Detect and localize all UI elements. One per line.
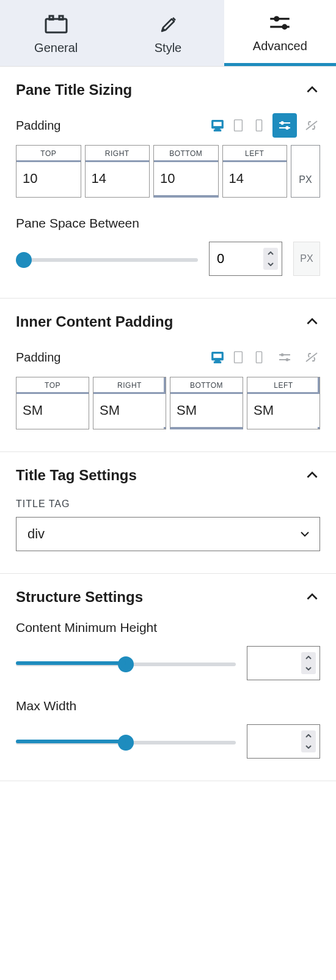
padding-bottom-box: BOTTOM [153,145,219,198]
padding-bottom-label: BOTTOM [154,146,218,162]
padding-label: Padding [16,351,60,365]
number-stepper[interactable] [301,652,316,674]
title-tag-label: TITLE TAG [16,499,320,510]
padding-right-box: RIGHT [93,377,166,429]
tab-style[interactable]: Style [112,0,224,66]
section-title: Pane Title Sizing [16,81,132,98]
space-between-unit[interactable]: PX [293,242,320,276]
section-pane-title-sizing: Pane Title Sizing Padding TOP [0,67,336,299]
sliders-toggle[interactable] [272,345,297,369]
max-width-number[interactable] [247,724,320,759]
chevron-up-icon [304,314,320,330]
padding-bottom-input[interactable] [154,162,218,195]
content-min-height-slider[interactable] [16,663,236,666]
tablet-icon[interactable] [231,350,246,365]
chevron-up-icon [304,467,320,483]
chevron-down-icon [299,528,311,540]
padding-top-input[interactable] [16,394,89,427]
padding-right-box: RIGHT [85,145,150,198]
svg-point-4 [274,16,279,21]
svg-point-25 [281,354,284,357]
chevron-up-icon [304,82,320,98]
sliders-toggle[interactable] [272,113,297,138]
padding-bottom-input[interactable] [170,394,243,427]
svg-rect-2 [59,16,63,20]
general-icon [43,14,69,34]
svg-rect-1 [49,16,53,20]
svg-point-16 [286,127,289,130]
number-stepper[interactable] [263,248,278,270]
pane-space-between-number[interactable] [209,242,282,276]
padding-label: Padding [16,119,60,133]
pane-space-between-slider[interactable] [16,258,198,262]
padding-right-input[interactable] [86,162,150,195]
title-tag-value: div [27,526,45,542]
section-header-title-tag[interactable]: Title Tag Settings [16,467,320,484]
svg-rect-0 [46,19,67,32]
title-tag-select[interactable]: div [16,517,320,551]
content-min-height-control: Content Minimum Height [16,620,320,680]
padding-right-input[interactable] [93,394,166,427]
padding-right-label: RIGHT [93,377,166,394]
pane-space-between-label: Pane Space Between [16,216,320,231]
tab-advanced[interactable]: Advanced [224,0,336,66]
content-min-height-number[interactable] [247,646,320,680]
padding-left-input[interactable] [223,162,287,195]
padding-bottom-label: BOTTOM [170,377,243,394]
section-header-pane-title-sizing[interactable]: Pane Title Sizing [16,81,320,98]
padding-left-box: LEFT [222,145,288,198]
padding-unit-selector[interactable]: PX [291,145,320,198]
desktop-icon[interactable] [210,118,225,133]
pane-space-between-control: Pane Space Between PX [16,216,320,276]
section-title-tag-settings: Title Tag Settings TITLE TAG div [0,452,336,574]
max-width-control: Max Width [16,699,320,759]
device-switcher [210,345,320,369]
advanced-icon [267,12,293,32]
svg-line-17 [306,121,317,130]
padding-right-label: RIGHT [86,146,150,162]
padding-bottom-box: BOTTOM [170,377,243,429]
tab-label: Advanced [253,39,307,53]
content-min-height-input[interactable] [247,656,291,670]
desktop-icon[interactable] [210,350,225,365]
svg-point-6 [282,24,288,29]
number-stepper[interactable] [301,730,316,752]
mobile-icon[interactable] [252,118,266,133]
unlink-icon[interactable] [303,349,320,366]
padding-top-box: TOP [16,145,81,198]
section-structure-settings: Structure Settings Content Minimum Heigh… [0,574,336,781]
tab-label: General [34,41,78,55]
svg-rect-19 [213,354,222,358]
section-header-inner-content-padding[interactable]: Inner Content Padding [16,313,320,330]
tab-general[interactable]: General [0,0,112,66]
max-width-slider[interactable] [16,741,236,744]
chevron-up-icon [304,589,320,605]
mobile-icon[interactable] [252,350,266,365]
section-title: Structure Settings [16,588,143,606]
padding-top-box: TOP [16,377,89,429]
settings-tabs: General Style Advanced [0,0,336,67]
svg-rect-23 [256,352,261,363]
svg-rect-8 [213,122,222,127]
tab-label: Style [155,41,181,55]
padding-top-input[interactable] [16,162,81,195]
padding-top-label: TOP [16,377,89,394]
inner-padding-inputs: TOP RIGHT BOTTOM LEFT [16,377,320,429]
padding-left-label: LEFT [247,377,320,394]
pane-space-between-input[interactable] [210,251,253,267]
padding-inputs: TOP RIGHT BOTTOM LEFT PX [16,145,320,198]
unlink-icon[interactable] [303,117,320,134]
content-min-height-label: Content Minimum Height [16,620,320,635]
max-width-label: Max Width [16,699,320,713]
device-switcher [210,113,320,138]
max-width-input[interactable] [247,735,291,749]
padding-left-input[interactable] [247,394,320,427]
padding-top-label: TOP [16,146,81,162]
tablet-icon[interactable] [231,118,246,133]
style-icon [155,14,181,34]
svg-point-27 [286,358,289,362]
section-header-structure[interactable]: Structure Settings [16,588,320,606]
svg-rect-10 [214,130,221,131]
svg-rect-22 [235,352,243,363]
svg-point-14 [281,122,284,125]
